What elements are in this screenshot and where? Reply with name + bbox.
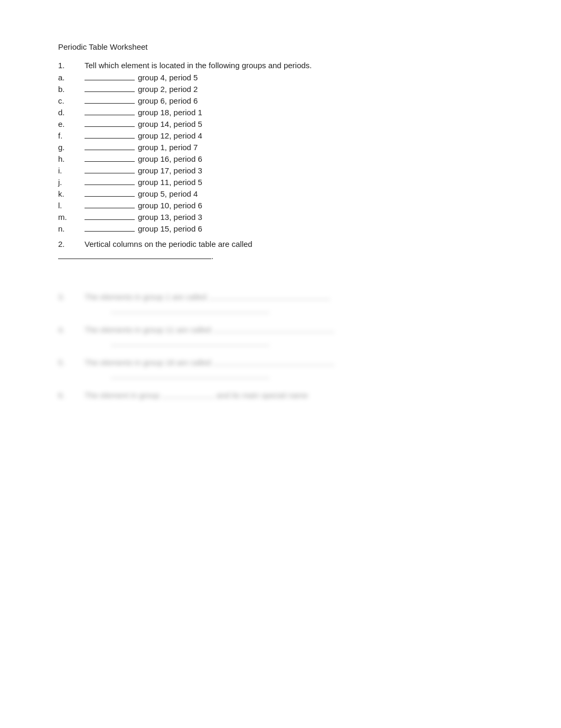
blurred-q4: 4. The elements in group 11 are called xyxy=(58,325,503,334)
group-text-h: group 16, period 6 xyxy=(138,154,202,163)
blank-a xyxy=(85,80,135,80)
blank-n xyxy=(85,231,135,232)
q1-text: Tell which element is located in the fol… xyxy=(85,61,312,70)
list-item: j. group 11, period 5 xyxy=(58,178,503,187)
blurred-line-6 xyxy=(162,398,214,398)
q2-period: . xyxy=(211,252,213,261)
list-item: g. group 1, period 7 xyxy=(58,143,503,152)
page-title: Periodic Table Worksheet xyxy=(58,42,503,51)
blank-f xyxy=(85,138,135,139)
blank-l xyxy=(85,208,135,208)
list-item: e. group 14, period 5 xyxy=(58,119,503,128)
blurred-sub-line-4 xyxy=(111,345,269,346)
blurred-num-5: 5. xyxy=(58,358,85,367)
sub-label-l: l. xyxy=(58,201,85,210)
group-text-i: group 17, period 3 xyxy=(138,166,202,175)
blurred-line-4 xyxy=(213,332,334,333)
group-text-j: group 11, period 5 xyxy=(138,178,202,187)
question-2-block: 2. Vertical columns on the periodic tabl… xyxy=(58,239,503,261)
group-text-g: group 1, period 7 xyxy=(138,143,198,152)
list-item: c. group 6, period 6 xyxy=(58,96,503,105)
list-item: n. group 15, period 6 xyxy=(58,224,503,233)
blurred-sub-line-3 xyxy=(111,312,269,313)
list-item: b. group 2, period 2 xyxy=(58,85,503,94)
blank-i xyxy=(85,173,135,173)
blurred-line-5 xyxy=(213,365,334,365)
sub-label-d: d. xyxy=(58,108,85,117)
blank-g xyxy=(85,150,135,150)
group-text-c: group 6, period 6 xyxy=(138,96,198,105)
blurred-num-3: 3. xyxy=(58,292,85,301)
blurred-text-5: The elements in group 18 are called xyxy=(85,358,211,367)
list-item: d. group 18, period 1 xyxy=(58,108,503,117)
blank-h xyxy=(85,161,135,162)
sub-label-c: c. xyxy=(58,96,85,105)
list-item: f. group 12, period 4 xyxy=(58,131,503,140)
blank-b xyxy=(85,91,135,92)
sub-label-g: g. xyxy=(58,143,85,152)
blurred-q6: 6. The element in group and its main spe… xyxy=(58,391,503,400)
sub-label-i: i. xyxy=(58,166,85,175)
q1-number: 1. xyxy=(58,61,85,70)
blank-e xyxy=(85,126,135,127)
group-text-n: group 15, period 6 xyxy=(138,224,202,233)
question-1-block: 1. Tell which element is located in the … xyxy=(58,61,503,233)
blurred-line-3 xyxy=(209,299,330,300)
blurred-text-6: The element in group xyxy=(85,391,160,400)
blurred-sub-line-5 xyxy=(111,378,269,379)
sub-label-m: m. xyxy=(58,213,85,222)
blurred-num-6: 6. xyxy=(58,391,85,400)
group-text-l: group 10, period 6 xyxy=(138,201,202,210)
list-item: k. group 5, period 4 xyxy=(58,189,503,198)
group-text-k: group 5, period 4 xyxy=(138,189,198,198)
sub-label-b: b. xyxy=(58,85,85,94)
blurred-num-4: 4. xyxy=(58,325,85,334)
blurred-q5: 5. The elements in group 18 are called xyxy=(58,358,503,367)
blurred-q3: 3. The elements in group 1 are called xyxy=(58,292,503,301)
list-item: a. group 4, period 5 xyxy=(58,73,503,82)
blurred-text-3: The elements in group 1 are called xyxy=(85,292,207,301)
blurred-section: 3. The elements in group 1 are called 4.… xyxy=(58,292,503,400)
sub-label-e: e. xyxy=(58,119,85,128)
list-item: m. group 13, period 3 xyxy=(58,213,503,222)
blurred-text-6b: and its main special name xyxy=(217,391,308,400)
q2-number: 2. xyxy=(58,239,85,248)
group-text-e: group 14, period 5 xyxy=(138,119,202,128)
blank-c xyxy=(85,103,135,104)
sub-label-a: a. xyxy=(58,73,85,82)
sub-label-h: h. xyxy=(58,154,85,163)
blank-j xyxy=(85,185,135,185)
blank-d xyxy=(85,115,135,115)
sub-label-k: k. xyxy=(58,189,85,198)
group-text-a: group 4, period 5 xyxy=(138,73,198,82)
blank-k xyxy=(85,196,135,197)
sub-label-n: n. xyxy=(58,224,85,233)
q2-answer-line xyxy=(58,259,211,259)
sub-label-j: j. xyxy=(58,178,85,187)
group-text-b: group 2, period 2 xyxy=(138,85,198,94)
group-text-f: group 12, period 4 xyxy=(138,131,202,140)
q2-text: Vertical columns on the periodic table a… xyxy=(85,239,253,248)
blurred-text-4: The elements in group 11 are called xyxy=(85,325,211,334)
sub-questions-list: a. group 4, period 5 b. group 2, period … xyxy=(58,73,503,233)
list-item: i. group 17, period 3 xyxy=(58,166,503,175)
list-item: l. group 10, period 6 xyxy=(58,201,503,210)
group-text-m: group 13, period 3 xyxy=(138,213,202,222)
group-text-d: group 18, period 1 xyxy=(138,108,202,117)
blank-m xyxy=(85,219,135,220)
sub-label-f: f. xyxy=(58,131,85,140)
list-item: h. group 16, period 6 xyxy=(58,154,503,163)
